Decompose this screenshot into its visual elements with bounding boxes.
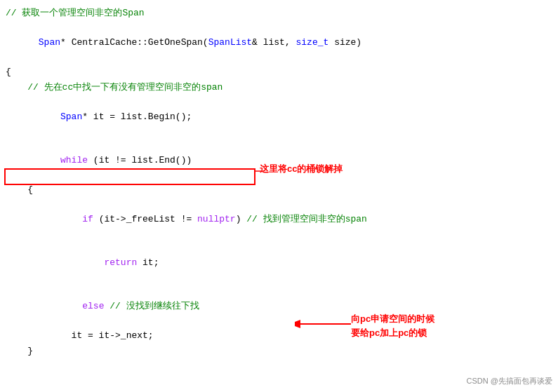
csdn-watermark: CSDN @先搞面包再谈爱 bbox=[467, 376, 552, 386]
code-text-11: it = it->_next; bbox=[0, 329, 159, 343]
code-line-2: Span* CentralCache::GetOneSpan(SpanList&… bbox=[0, 21, 558, 65]
code-line-1: // 获取一个管理空间非空的Span bbox=[0, 6, 558, 21]
code-line-5: Span* it = list.Begin(); bbox=[0, 95, 558, 139]
code-text-6: while (it != list.End()) bbox=[0, 140, 197, 182]
code-text-4: // 先在cc中找一下有没有管理空间非空的span bbox=[0, 81, 228, 95]
code-line-3: { bbox=[0, 65, 558, 80]
code-line-7: { bbox=[0, 182, 558, 198]
code-text-2: Span* CentralCache::GetOneSpan(SpanList&… bbox=[0, 22, 367, 64]
code-text-9: return it; bbox=[0, 242, 164, 284]
annotation-cc-lock: 这里将cc的桶锁解掉 bbox=[260, 163, 343, 175]
code-text-8: if (it->_freeList != nullptr) // 找到管理空间非… bbox=[0, 198, 373, 241]
code-text-7: { bbox=[0, 183, 39, 197]
code-line-13 bbox=[0, 359, 558, 376]
code-line-9: return it; bbox=[0, 241, 558, 285]
code-line-4: // 先在cc中找一下有没有管理空间非空的span bbox=[0, 80, 558, 95]
code-text-3: { bbox=[0, 65, 17, 79]
code-text-1: // 获取一个管理空间非空的Span bbox=[0, 6, 150, 20]
code-text-5: Span* it = list.Begin(); bbox=[0, 96, 197, 138]
code-line-8: if (it->_freeList != nullptr) // 找到管理空间非… bbox=[0, 198, 558, 241]
code-line-11: it = it->_next; bbox=[0, 328, 558, 344]
code-text-13 bbox=[0, 360, 33, 374]
code-line-10: else // 没找到继续往下找 bbox=[0, 285, 558, 328]
annotation-pc-lock: 向pc申请空间的时候要给pc加上pc的锁 bbox=[351, 312, 434, 339]
code-text-12: } bbox=[0, 344, 39, 358]
code-container: // 获取一个管理空间非空的Span Span* CentralCache::G… bbox=[0, 0, 558, 392]
code-line-12: } bbox=[0, 344, 558, 359]
code-text-10: else // 没找到继续往下找 bbox=[0, 285, 205, 327]
code-line-6: while (it != list.End()) bbox=[0, 139, 558, 182]
